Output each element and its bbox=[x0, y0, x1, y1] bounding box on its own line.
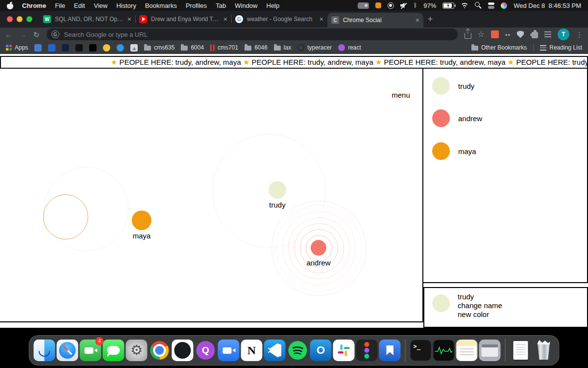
document-dock-icon[interactable] bbox=[510, 340, 532, 361]
trash-dock-icon[interactable] bbox=[533, 340, 555, 361]
profile-avatar[interactable]: T bbox=[558, 28, 569, 40]
bluetooth-icon[interactable]: ᛒ bbox=[414, 2, 417, 8]
chrome-menu-icon[interactable]: ⋮ bbox=[576, 31, 583, 38]
figma-dock-icon[interactable] bbox=[356, 340, 378, 361]
bookmark-cms701[interactable]: cms701 bbox=[210, 44, 238, 51]
menubar-app-name[interactable]: Chrome bbox=[22, 2, 46, 9]
bookmark-favicon-3[interactable] bbox=[62, 44, 69, 52]
bookmark-folder-lax[interactable]: lax bbox=[274, 44, 291, 51]
bookmark-label: typeracer bbox=[307, 44, 332, 51]
menu-tab[interactable]: Tab bbox=[216, 2, 226, 9]
finder-dock-icon[interactable] bbox=[34, 340, 55, 361]
menu-history[interactable]: History bbox=[116, 2, 136, 9]
outlook-dock-icon[interactable]: O bbox=[310, 340, 332, 361]
bookmark-folder-cms635[interactable]: cms635 bbox=[144, 44, 174, 51]
menu-window[interactable]: Window bbox=[235, 2, 257, 9]
bookmark-favicon-2[interactable] bbox=[48, 44, 55, 52]
marquee-segment: PEOPLE HERE: trudy, andrew, maya bbox=[514, 58, 588, 66]
bookmark-star-icon[interactable]: ☆ bbox=[478, 30, 485, 38]
menu-file[interactable]: File bbox=[55, 2, 65, 9]
tab-close-button[interactable]: × bbox=[416, 17, 419, 24]
bookmark-favicon-8[interactable] bbox=[130, 44, 138, 52]
spotlight-icon[interactable] bbox=[475, 2, 482, 9]
extension-orange-icon[interactable] bbox=[491, 30, 499, 38]
tab-google-search[interactable]: G weather - Google Search × bbox=[231, 11, 327, 27]
person-row-andrew[interactable]: andrew bbox=[432, 109, 482, 127]
zoom-window-button[interactable] bbox=[26, 16, 32, 22]
address-input[interactable] bbox=[63, 30, 453, 39]
omnibox[interactable]: G bbox=[47, 28, 458, 40]
bookmark-favicon-7[interactable] bbox=[117, 44, 124, 52]
bookmark-favicon-6[interactable] bbox=[103, 44, 110, 52]
reading-list-button[interactable]: Reading List bbox=[540, 44, 582, 51]
mute-icon[interactable] bbox=[400, 2, 407, 9]
person-row-maya[interactable]: maya bbox=[432, 142, 476, 160]
slack-dock-icon[interactable] bbox=[333, 340, 355, 361]
back-button[interactable]: ← bbox=[5, 31, 12, 38]
reading-list-panel-icon[interactable] bbox=[544, 31, 551, 37]
bookmark-favicon-1[interactable] bbox=[34, 44, 42, 52]
social-canvas[interactable]: menu maya trudy andrew bbox=[0, 69, 423, 322]
change-name-option[interactable]: change name bbox=[458, 301, 502, 310]
reload-button[interactable]: ↻ bbox=[33, 31, 40, 38]
video-app-dock-icon[interactable]: 4 bbox=[80, 340, 101, 361]
bookmark-folder-6046[interactable]: 6046 bbox=[245, 44, 268, 51]
notion-dock-icon[interactable]: N bbox=[241, 340, 263, 361]
tab-chrome-social-active[interactable]: C Chrome Social × bbox=[327, 13, 423, 27]
new-tab-button[interactable]: + bbox=[423, 12, 437, 26]
github-dock-icon[interactable] bbox=[172, 340, 194, 361]
tab-close-button[interactable]: × bbox=[223, 16, 227, 23]
bookmark-favicon-5[interactable] bbox=[89, 44, 97, 52]
bookmark-folder-6004[interactable]: 6004 bbox=[181, 44, 204, 51]
new-color-option[interactable]: new color bbox=[458, 310, 502, 319]
activity-monitor-dock-icon[interactable] bbox=[433, 340, 455, 361]
extensions-puzzle-icon[interactable] bbox=[532, 32, 538, 38]
close-window-button[interactable] bbox=[7, 16, 13, 22]
siri-icon[interactable] bbox=[501, 2, 507, 9]
system-preferences-dock-icon[interactable] bbox=[126, 340, 147, 361]
terminal-dock-icon[interactable]: >_ bbox=[410, 340, 432, 361]
menu-profiles[interactable]: Profiles bbox=[186, 2, 207, 9]
person-row-trudy[interactable]: trudy bbox=[432, 77, 474, 95]
tab-close-button[interactable]: × bbox=[319, 16, 323, 23]
other-bookmarks-button[interactable]: Other Bookmarks bbox=[471, 44, 527, 51]
orange-status-icon[interactable] bbox=[375, 2, 381, 8]
menu-view[interactable]: View bbox=[94, 2, 107, 9]
camera-indicator-icon[interactable] bbox=[358, 2, 369, 9]
chrome-dock-icon[interactable] bbox=[149, 340, 171, 361]
shield-extension-icon[interactable] bbox=[517, 31, 524, 38]
tab-youtube[interactable]: Drew and Enya World Tour Ext × bbox=[135, 11, 231, 27]
tab-sql-operators[interactable]: W SQL AND, OR, NOT Operators × bbox=[39, 11, 135, 27]
tab-close-button[interactable]: × bbox=[127, 16, 131, 23]
safari-dock-icon[interactable] bbox=[57, 340, 78, 361]
extensions-overflow-icon[interactable]: •• bbox=[505, 31, 511, 38]
avatar-maya[interactable] bbox=[132, 210, 151, 230]
minimize-window-button[interactable] bbox=[17, 16, 23, 22]
menu-edit[interactable]: Edit bbox=[74, 2, 85, 9]
zoom-dock-icon[interactable] bbox=[218, 340, 240, 361]
menu-bookmarks[interactable]: Bookmarks bbox=[145, 2, 177, 9]
apple-menu-icon[interactable] bbox=[7, 2, 13, 9]
avatar-trudy[interactable] bbox=[269, 181, 286, 199]
bookmark-typeracer[interactable]: typeracer bbox=[297, 44, 332, 51]
window-preview-dock-icon[interactable] bbox=[479, 340, 501, 361]
spotify-dock-icon[interactable] bbox=[287, 340, 309, 361]
share-icon[interactable] bbox=[465, 33, 471, 39]
avatar-andrew[interactable] bbox=[311, 240, 326, 256]
canvas-menu-button[interactable]: menu bbox=[386, 91, 416, 99]
messages-dock-icon[interactable] bbox=[103, 340, 124, 361]
battery-icon[interactable] bbox=[442, 2, 454, 9]
screen-record-icon[interactable] bbox=[388, 2, 394, 9]
bookmark-favicon-4[interactable] bbox=[75, 44, 83, 52]
vscode-dock-icon[interactable] bbox=[264, 340, 286, 361]
stickies-dock-icon[interactable] bbox=[456, 340, 478, 361]
wifi-icon[interactable] bbox=[461, 2, 468, 8]
menubar-clock[interactable]: Wed Dec 8 8:46:53 PM bbox=[514, 2, 581, 9]
forward-button[interactable]: → bbox=[19, 31, 26, 38]
control-center-icon[interactable] bbox=[488, 2, 494, 9]
apps-shortcut[interactable]: Apps bbox=[6, 44, 28, 51]
q-app-dock-icon[interactable]: Q bbox=[195, 340, 217, 361]
bookmarks-app-dock-icon[interactable] bbox=[379, 340, 401, 361]
menu-help[interactable]: Help bbox=[267, 2, 280, 9]
bookmark-react[interactable]: react bbox=[338, 44, 361, 51]
